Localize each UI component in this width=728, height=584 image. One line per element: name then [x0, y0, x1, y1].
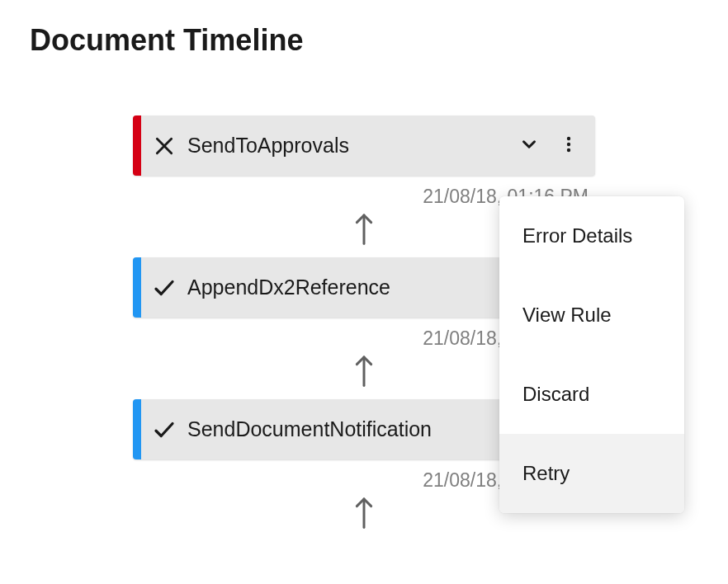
menu-item-discard[interactable]: Discard — [499, 355, 684, 434]
svg-point-3 — [567, 142, 570, 145]
timeline-card-sendtoapprovals[interactable]: SendToApprovals — [133, 115, 595, 176]
card-title: SendToApprovals — [187, 134, 509, 158]
arrow-up-icon — [352, 495, 376, 533]
arrow-up-icon — [352, 211, 376, 249]
menu-item-retry[interactable]: Retry — [499, 434, 684, 513]
svg-point-4 — [567, 148, 570, 151]
status-bar-error — [133, 115, 141, 176]
page-title: Document Timeline — [0, 0, 728, 58]
chevron-down-icon — [518, 134, 540, 158]
close-icon — [141, 135, 187, 157]
card-title: AppendDx2Reference — [187, 276, 509, 299]
more-button[interactable] — [549, 126, 589, 166]
context-menu: Error Details View Rule Discard Retry — [499, 196, 684, 513]
menu-item-view-rule[interactable]: View Rule — [499, 276, 684, 355]
arrow-up-icon — [352, 353, 376, 391]
check-icon — [141, 276, 187, 300]
card-title: SendDocumentNotification — [187, 417, 509, 441]
more-vertical-icon — [559, 134, 579, 158]
status-bar-success — [133, 257, 141, 318]
status-bar-success — [133, 399, 141, 459]
check-icon — [141, 417, 187, 442]
menu-item-error-details[interactable]: Error Details — [499, 196, 684, 276]
expand-button[interactable] — [509, 126, 549, 166]
svg-point-2 — [567, 136, 570, 139]
